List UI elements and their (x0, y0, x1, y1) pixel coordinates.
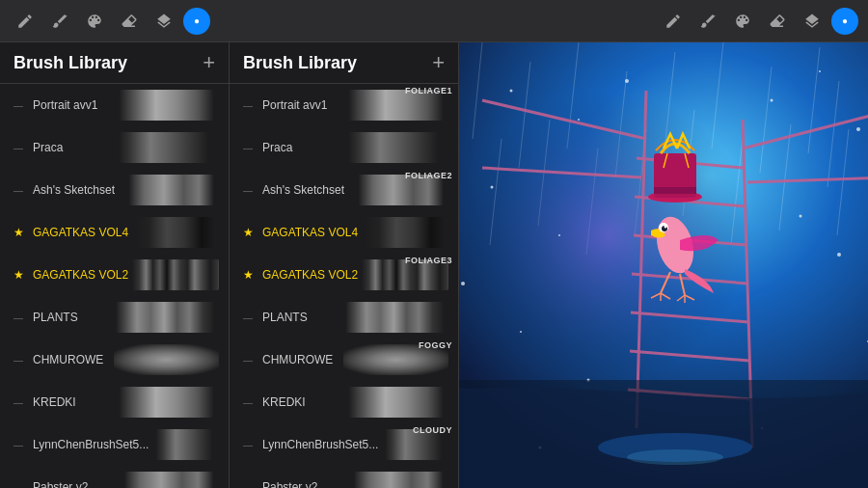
eraser-tool[interactable] (114, 6, 145, 37)
brush-list-item[interactable]: —CHMUROWE (0, 339, 229, 381)
svg-point-55 (491, 186, 494, 189)
brush-item-preview (362, 259, 448, 290)
svg-point-49 (510, 90, 513, 93)
left-brush-list: —Portrait avv1—Praca—Ash's Sketchset★GAG… (0, 84, 229, 488)
brush-item-preview (362, 217, 448, 248)
brush-item-name: GAGATKAS VOL2 (33, 268, 128, 282)
brush-item-icon: — (239, 393, 257, 411)
brush-item-preview (343, 387, 448, 418)
brush-item-name: KREDKI (262, 395, 339, 409)
brush-item-preview (343, 344, 448, 375)
brush-item-name: Pabster v2 (33, 480, 110, 488)
brush-item-name: CHMUROWE (33, 353, 110, 366)
brush-list-item[interactable]: —Ash's Sketchset (0, 169, 229, 211)
brush-item-preview (119, 175, 219, 205)
brush-item-icon: — (239, 351, 257, 368)
brush-item-name: Pabster v2 (262, 480, 339, 488)
brush-list-item[interactable]: —Pabster v2 (0, 466, 229, 488)
brush-list-item[interactable]: ★GAGATKAS VOL4 (0, 211, 229, 254)
right-panel-header: Brush Library + (230, 42, 458, 84)
brush-item-preview (114, 472, 219, 488)
brush-item-preview (114, 344, 219, 375)
brush-item-icon: ★ (10, 224, 27, 241)
brush-item-icon: ★ (10, 266, 27, 284)
brush-item-name: PLANTS (33, 311, 110, 324)
brush-list-item[interactable]: —LynnChenBrushSet5...CLOUDY (230, 423, 458, 466)
brush-item-preview (114, 387, 219, 418)
brush-item-icon: — (10, 139, 27, 156)
brush-list-item[interactable]: ★GAGATKAS VOL2FOLIAGE3 (230, 254, 458, 296)
brush-list-item[interactable]: —Praca (0, 126, 229, 169)
brush-item-name: GAGATKAS VOL4 (33, 226, 128, 239)
svg-point-52 (771, 99, 773, 102)
brush-item-icon: — (10, 351, 27, 368)
left-panel-add-button[interactable]: + (203, 52, 215, 73)
brush-item-icon: — (10, 393, 27, 411)
brush-list-item[interactable]: —KREDKI (230, 381, 458, 423)
svg-point-50 (578, 119, 580, 121)
brush-item-preview (132, 259, 219, 290)
toolbar: ● ● (0, 0, 868, 42)
active-tool-dot-right[interactable]: ● (831, 8, 858, 35)
brush-item-name: LynnChenBrushSet5... (262, 438, 378, 451)
brush-item-preview (382, 429, 448, 460)
svg-point-63 (461, 282, 465, 285)
brush-item-preview (114, 132, 219, 163)
smudge-tool[interactable] (79, 6, 110, 37)
brush-list-item[interactable]: —Pabster v2 (230, 466, 458, 488)
eraser-tool-right[interactable] (762, 6, 793, 37)
layers-tool-right[interactable] (797, 6, 827, 37)
brush-item-preview (343, 472, 448, 488)
brush-item-preview (343, 132, 448, 163)
brush-item-name: Portrait avv1 (33, 98, 110, 112)
brush-list-item[interactable]: —Portrait avv1FOLIAGE1 (230, 84, 458, 126)
svg-point-56 (558, 234, 560, 236)
svg-point-35 (665, 226, 667, 229)
pencil-tool-right[interactable] (658, 6, 689, 37)
brush-item-preview (114, 90, 219, 121)
brush-list-item[interactable]: —CHMUROWEFOGGY (230, 339, 458, 381)
brush-tool-right[interactable] (692, 6, 723, 37)
svg-point-51 (625, 79, 629, 83)
toolbar-left-tools: ● (10, 6, 210, 37)
brush-item-icon: — (10, 478, 27, 488)
brush-item-icon: ★ (239, 224, 257, 241)
svg-point-18 (463, 91, 752, 380)
brush-list-item[interactable]: —KREDKI (0, 381, 229, 423)
smudge-tool-right[interactable] (727, 6, 758, 37)
brush-list-item[interactable]: ★GAGATKAS VOL4 (230, 211, 458, 254)
brush-list-item[interactable]: —PLANTS (230, 296, 458, 339)
brush-item-icon: — (239, 309, 257, 326)
svg-point-54 (856, 127, 860, 131)
brush-list-item[interactable]: —Ash's SketchsetFOLIAGE2 (230, 169, 458, 211)
svg-point-59 (520, 331, 522, 333)
brush-item-icon: — (10, 436, 27, 453)
active-tool-dot[interactable]: ● (183, 8, 210, 35)
brush-item-name: Ash's Sketchset (262, 183, 344, 197)
brush-item-name: KREDKI (33, 395, 110, 409)
right-panel-title: Brush Library (243, 53, 357, 73)
right-panel-add-button[interactable]: + (432, 52, 445, 73)
brush-item-icon: — (239, 436, 257, 453)
brush-item-icon: — (10, 181, 27, 199)
brush-item-icon: — (10, 309, 27, 326)
brush-list-item[interactable]: —Praca (230, 126, 458, 169)
brush-tool[interactable] (44, 6, 75, 37)
pencil-tool[interactable] (10, 6, 41, 37)
brush-item-name: Praca (33, 141, 110, 154)
brush-item-preview (114, 302, 219, 333)
brush-item-name: LynnChenBrushSet5... (33, 438, 149, 451)
brush-list-item[interactable]: ★GAGATKAS VOL2 (0, 254, 229, 296)
brush-item-name: Ash's Sketchset (33, 183, 115, 197)
brush-item-preview (152, 429, 219, 460)
brush-item-icon: ★ (239, 266, 257, 284)
brush-item-icon: — (10, 96, 27, 114)
layers-tool[interactable] (149, 6, 179, 37)
brush-list-item[interactable]: —Portrait avv1 (0, 84, 229, 126)
brush-list-item[interactable]: —LynnChenBrushSet5... (0, 423, 229, 466)
svg-point-69 (627, 449, 723, 465)
artwork-canvas[interactable] (459, 42, 868, 488)
brush-list-item[interactable]: —PLANTS (0, 296, 229, 339)
left-brush-panel: Brush Library + —Portrait avv1—Praca—Ash… (0, 42, 230, 488)
brush-item-icon: — (239, 139, 257, 156)
